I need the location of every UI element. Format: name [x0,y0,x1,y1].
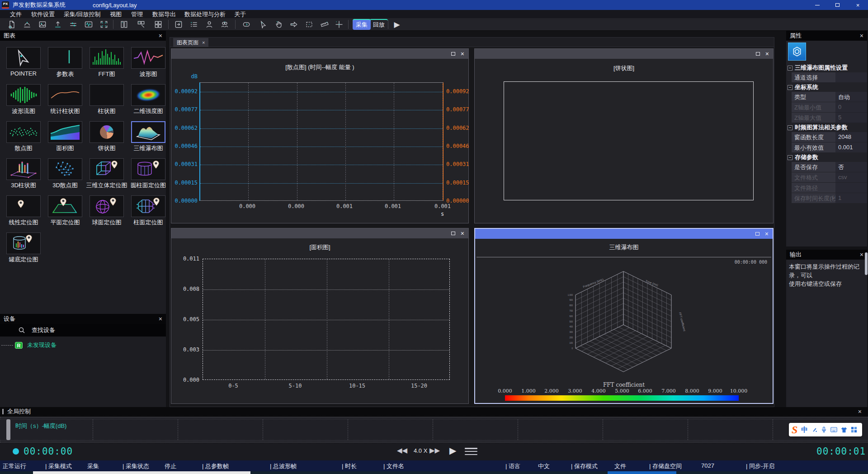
grip-handle[interactable] [2,409,4,414]
restore-icon[interactable] [755,232,760,236]
chart-tile-parameter-table[interactable]: 参数表 [44,47,86,84]
fullscreen-button[interactable] [99,19,109,29]
next-step-button[interactable] [288,19,299,29]
ime-keyboard-icon[interactable] [830,427,837,432]
pointer-tool-button[interactable] [258,19,269,29]
device-tree-item[interactable]: R 未发现设备 [0,340,166,350]
prop-row-min-valid[interactable]: 最小有效值0.001 [792,142,867,152]
chart-tile-pie[interactable]: 饼状图 [86,121,127,158]
output-panel-close-icon[interactable]: × [860,251,863,258]
prop-row-file-format[interactable]: 文件格式csv [792,172,867,182]
start-button[interactable]: ▶ [392,19,402,29]
charts-panel-close-icon[interactable]: × [159,33,162,39]
minimize-button[interactable] [807,0,827,10]
prop-section-tf-algorithm[interactable]: −时频图算法相关参数 [786,123,867,132]
export-button[interactable] [52,19,63,29]
close-button[interactable]: × [848,0,868,10]
ime-language-toggle[interactable]: 中 [801,426,808,434]
chart-tile-intensity-2d[interactable]: 二维强度图 [127,84,169,121]
waterfall-3d-axes[interactable]: Frequency (kHz) Time (ms) FFT coefficien… [551,265,696,382]
chart-tile-cylindrical-surface-location[interactable]: 柱面定位图 [127,195,169,232]
window-close-icon[interactable]: × [765,231,769,237]
chart-tile-cylinder-location[interactable]: 圆柱面定位图 [127,158,169,195]
list-button[interactable] [189,19,199,29]
device-search-row[interactable]: 查找设备 [0,324,166,337]
chart-tile-statistic-bars[interactable]: 统计柱状图 [44,84,86,121]
maximize-button[interactable] [827,0,848,10]
timeline-strip[interactable]: 时间（s）-幅度(dB) [0,417,868,442]
fast-forward-button[interactable]: ▶▶ [429,446,440,455]
chart-tile-waveform-stream[interactable]: 波形流图 [3,84,44,121]
panel-toggle-button[interactable] [173,19,184,29]
chart-tile-fft[interactable]: FFT图 [86,47,127,84]
layout-vertical-button[interactable] [118,19,129,29]
waveform-settings-button[interactable] [83,19,94,29]
record-device-button[interactable] [22,19,33,29]
layout-cascade-button[interactable] [136,19,146,29]
layout-grid-button[interactable] [153,19,164,29]
ime-skin-icon[interactable] [841,427,847,433]
scrollbar-thumb[interactable] [865,252,868,275]
measure-button[interactable] [319,19,330,29]
restore-icon[interactable] [451,232,455,235]
pie-plot-area[interactable] [504,81,754,200]
global-control-close-icon[interactable]: × [858,408,862,415]
window-close-icon[interactable]: × [461,51,464,57]
user-group-button[interactable] [219,19,230,29]
chart-tile-plane-location[interactable]: 平面定位图 [44,195,86,232]
menu-manage[interactable]: 管理 [131,10,143,19]
prop-row-zmax[interactable]: Z轴最大值5 [792,113,867,123]
menu-view[interactable]: 视图 [110,10,122,19]
new-file-button[interactable] [6,19,17,29]
prop-row-save-duration[interactable]: 保存时间长度(秒)1 [792,193,867,203]
prop-row-zmin[interactable]: Z轴最小值0 [792,102,867,112]
menu-list-button[interactable] [465,448,477,455]
settings-sliders-button[interactable] [68,19,79,29]
chart-tile-area[interactable]: 面积图 [44,121,86,158]
restore-icon[interactable] [451,52,455,56]
ime-punctuation-icon[interactable] [811,427,817,433]
user-button[interactable] [204,19,215,29]
prop-row-file-path[interactable]: 文件路径 [792,183,867,193]
properties-gear-button[interactable] [788,43,806,61]
chart-tile-cube-location[interactable]: 三维立体定位图 [86,158,127,195]
chart-tile-bar[interactable]: 柱状图 [86,84,127,121]
timeline-cursor-handle[interactable] [6,419,10,440]
chart-tile-scatter-3d[interactable]: 3D散点图 [44,158,86,195]
prop-section-storage[interactable]: −存储参数 [786,153,867,162]
chart-tile-waveform[interactable]: 波形图 [127,47,169,84]
menu-software-settings[interactable]: 软件设置 [31,10,55,19]
prop-row-channel-select[interactable]: 通道选择 [792,72,867,82]
prop-section-waterfall[interactable]: −三维瀑布图属性设置 [786,63,867,72]
prop-row-window-length[interactable]: 窗函数长度2048 [792,132,867,142]
chart-tile-pointer[interactable]: POINTER [3,47,44,84]
scatter-plot-area[interactable] [199,82,443,201]
region-select-button[interactable] [304,19,315,29]
chart-tile-scatter[interactable]: 散点图 [3,121,44,158]
link-loop-button[interactable] [241,19,252,29]
image-button[interactable] [37,19,48,29]
window-close-icon[interactable]: × [765,51,769,57]
chart-tile-sphere-location[interactable]: 球面定位图 [86,195,127,232]
menu-file[interactable]: 文件 [10,10,22,19]
playback-button[interactable]: 回放 [370,19,388,30]
play-button[interactable]: ▶ [449,445,456,456]
tab-chart-page[interactable]: 图表页面 × [173,38,208,47]
ime-toolbar[interactable]: S 中 [789,423,862,436]
tab-close-icon[interactable]: × [202,40,205,45]
menu-data-export[interactable]: 数据导出 [152,10,176,19]
chart-tile-linear-location[interactable]: 线性定位图 [3,195,44,232]
chart-tile-waterfall-3d[interactable]: 三维瀑布图 [127,121,169,158]
window-close-icon[interactable]: × [461,230,464,237]
prop-section-coordinate[interactable]: −坐标系统 [786,83,867,92]
acquire-button[interactable]: 采集 [353,19,371,30]
device-panel-close-icon[interactable]: × [159,316,162,322]
hand-tool-button[interactable] [274,19,284,29]
ime-toolbox-icon[interactable] [851,427,857,433]
crosshair-button[interactable] [334,19,344,29]
menu-about[interactable]: 关于 [234,10,246,19]
chart-tile-bar-3d[interactable]: 3D柱状图 [3,158,44,195]
chart-tile-tank-bottom-location[interactable]: 罐底定位图 [3,232,44,270]
area-plot-area[interactable] [203,259,450,380]
prop-row-type[interactable]: 类型自动 [792,92,867,102]
